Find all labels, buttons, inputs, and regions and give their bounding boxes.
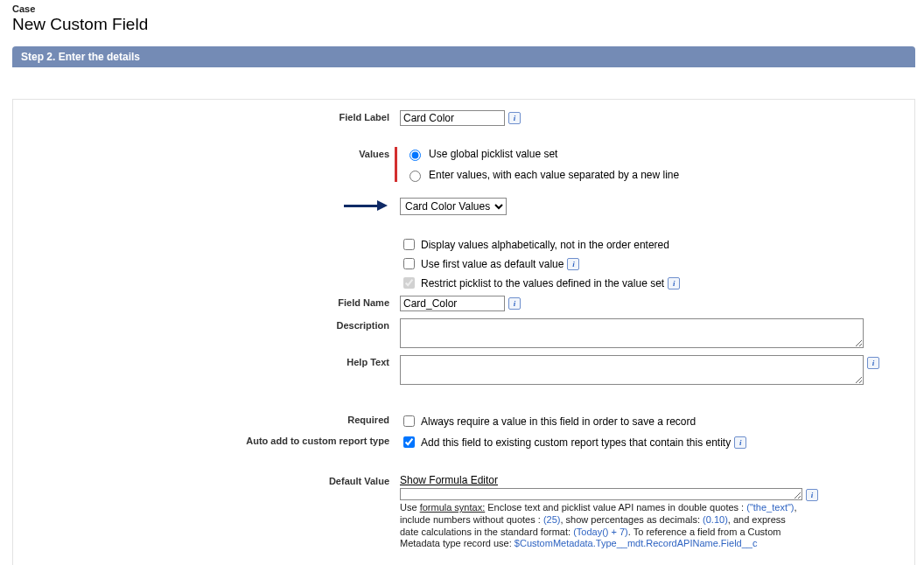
field-name-input[interactable]: [400, 296, 505, 311]
label-values: Values: [24, 147, 400, 159]
label-required: Required: [24, 413, 400, 425]
field-label-input[interactable]: [400, 110, 505, 126]
description-textarea[interactable]: [400, 318, 864, 348]
label-field-label: Field Label: [24, 110, 400, 122]
info-icon[interactable]: i: [508, 297, 521, 310]
formula-hint: Use formula syntax: Enclose text and pic…: [400, 502, 802, 550]
help-text-textarea[interactable]: [400, 355, 864, 385]
use-global-radio[interactable]: [410, 150, 421, 161]
auto-add-checkbox[interactable]: [403, 436, 415, 448]
enter-values-radio[interactable]: [410, 171, 421, 182]
arrow-icon: [344, 201, 389, 212]
default-value-textarea[interactable]: [400, 488, 802, 500]
global-value-set-select[interactable]: Card Color Values: [400, 198, 507, 215]
info-icon[interactable]: i: [567, 258, 579, 270]
label-auto-add: Auto add to custom report type: [24, 434, 400, 446]
info-icon[interactable]: i: [668, 277, 680, 289]
info-icon[interactable]: i: [806, 489, 818, 501]
label-field-name: Field Name: [24, 296, 400, 308]
restrict-label: Restrict picklist to the values defined …: [421, 277, 664, 289]
label-default-value: Default Value: [24, 474, 400, 486]
step-header: Step 2. Enter the details: [12, 46, 915, 67]
enter-values-label: Enter values, with each value separated …: [429, 169, 679, 181]
info-icon[interactable]: i: [867, 357, 879, 369]
info-icon[interactable]: i: [508, 112, 521, 124]
first-default-checkbox[interactable]: [403, 258, 415, 269]
form-stage: Field Label i Values Use global picklist…: [12, 99, 915, 565]
required-checkbox[interactable]: [403, 415, 415, 427]
sort-alpha-checkbox[interactable]: [403, 239, 415, 250]
restrict-checkbox: [403, 277, 415, 289]
page-title: New Custom Field: [12, 15, 915, 34]
info-icon[interactable]: i: [734, 436, 746, 449]
auto-add-label: Add this field to existing custom report…: [421, 436, 731, 449]
show-formula-editor-link[interactable]: Show Formula Editor: [400, 474, 904, 486]
first-default-label: Use first value as default value: [421, 258, 564, 270]
use-global-label: Use global picklist value set: [429, 148, 557, 160]
label-help-text: Help Text: [24, 355, 400, 367]
sort-alpha-label: Display values alphabetically, not in th…: [421, 239, 669, 251]
required-label: Always require a value in this field in …: [421, 415, 696, 428]
label-description: Description: [24, 318, 400, 331]
object-context: Case: [12, 3, 915, 14]
